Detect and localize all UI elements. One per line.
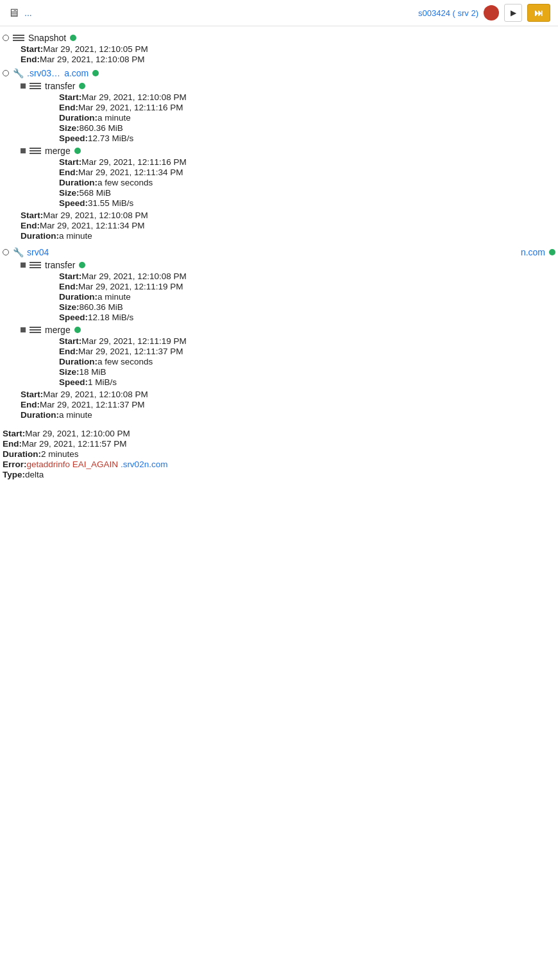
monitor-icon: 🖥 <box>8 6 19 20</box>
srv03-transfer-item: transfer Start: Mar 29, 2021, 12:10:08 P… <box>3 81 555 143</box>
srv04-name-suffix[interactable]: n.com <box>521 247 545 257</box>
srv03-merge-bullet <box>21 148 26 153</box>
overall-error-line: Error : getaddrinfo EAI_AGAIN .srv02 n.c… <box>3 460 555 469</box>
srv03-merge-icon <box>30 146 41 155</box>
srv04-merge-bullet <box>21 327 26 332</box>
srv03-status-dot <box>92 70 99 76</box>
srv04-transfer-details: Start: Mar 29, 2021, 12:10:08 PM End: Ma… <box>21 271 555 322</box>
header-id: s003424 ( srv 2) <box>418 8 478 18</box>
srv03-overall-details: Start: Mar 29, 2021, 12:10:08 PM End: Ma… <box>3 211 555 241</box>
play-icon: ▶ <box>511 8 516 17</box>
header-bar: 🖥 ... s003424 ( srv 2) ▶ ⏭ <box>0 0 558 26</box>
snapshot-end-line: End : Mar 29, 2021, 12:10:08 PM <box>21 55 555 64</box>
error-domain-link[interactable]: n.com <box>144 460 168 469</box>
snapshot-item: Snapshot Start : Mar 29, 2021, 12:10:05 … <box>3 33 555 64</box>
overall-details: Start: Mar 29, 2021, 12:10:00 PM End: Ma… <box>3 429 555 479</box>
snapshot-name: Snapshot <box>28 33 66 43</box>
fast-forward-icon: ⏭ <box>534 8 543 18</box>
srv03-transfer-header: transfer <box>21 81 555 91</box>
server-item-srv04: 🔧 srv04 n.com transfer Start: Mar 29, 20… <box>3 247 555 420</box>
srv04-merge-details: Start: Mar 29, 2021, 12:11:19 PM End: Ma… <box>21 336 555 387</box>
srv04-merge-name: merge <box>45 325 71 335</box>
srv04-transfer-name: transfer <box>45 260 75 270</box>
srv03-name-prefix[interactable]: .srv03… <box>27 68 60 78</box>
srv04-status-dot <box>549 249 555 255</box>
srv04-merge-header: merge <box>21 325 555 335</box>
srv04-transfer-icon <box>30 261 41 270</box>
srv04-merge-icon <box>30 325 41 334</box>
srv03-transfer-icon <box>30 82 41 90</box>
srv03-merge-details: Start: Mar 29, 2021, 12:11:16 PM End: Ma… <box>21 157 555 208</box>
srv04-transfer-bullet <box>21 262 26 268</box>
srv03-merge-item: merge Start: Mar 29, 2021, 12:11:16 PM E… <box>3 146 555 208</box>
snapshot-header: Snapshot <box>3 33 555 43</box>
snapshot-end-value: Mar 29, 2021, 12:10:08 PM <box>40 55 145 64</box>
srv03-merge-name: merge <box>45 146 71 156</box>
snapshot-end-label: End <box>21 55 37 64</box>
server-item-srv03: 🔧 .srv03… a.com transfer Start: Mar 29, … <box>3 68 555 241</box>
snapshot-status-dot <box>70 35 76 41</box>
srv03-transfer-status-dot <box>79 83 85 89</box>
srv03-merge-status-dot <box>74 148 81 154</box>
header-title: ... <box>24 8 413 18</box>
srv03-transfer-name: transfer <box>45 81 75 91</box>
play-button[interactable]: ▶ <box>504 4 522 22</box>
srv04-merge-item: merge Start: Mar 29, 2021, 12:11:19 PM E… <box>3 325 555 387</box>
snapshot-details: Start : Mar 29, 2021, 12:10:05 PM End : … <box>3 44 555 64</box>
srv03-name-suffix[interactable]: a.com <box>64 68 89 78</box>
srv04-wrench-icon: 🔧 <box>13 247 23 257</box>
srv04-header: 🔧 srv04 n.com <box>3 247 555 257</box>
srv04-bullet <box>3 249 9 255</box>
srv03-transfer-details: Start: Mar 29, 2021, 12:10:08 PM End: Ma… <box>21 92 555 143</box>
srv04-transfer-item: transfer Start: Mar 29, 2021, 12:10:08 P… <box>3 260 555 322</box>
snapshot-start-line: Start : Mar 29, 2021, 12:10:05 PM <box>21 44 555 54</box>
srv03-header: 🔧 .srv03… a.com <box>3 68 555 78</box>
srv03-merge-header: merge <box>21 146 555 156</box>
job-tree: Snapshot Start : Mar 29, 2021, 12:10:05 … <box>0 26 558 486</box>
srv03-wrench-icon: 🔧 <box>13 68 23 78</box>
srv04-transfer-header: transfer <box>21 260 555 270</box>
srv03-transfer-bullet <box>21 83 26 89</box>
srv04-transfer-status-dot <box>79 262 85 268</box>
snapshot-icon <box>13 33 24 42</box>
srv04-merge-status-dot <box>74 327 81 333</box>
snapshot-bullet <box>3 35 9 41</box>
snapshot-start-value: Mar 29, 2021, 12:10:05 PM <box>43 44 148 54</box>
error-value: getaddrinfo EAI_AGAIN <box>27 460 119 469</box>
error-server-link[interactable]: .srv02 <box>121 460 144 469</box>
srv03-bullet <box>3 70 9 76</box>
srv04-overall-details: Start: Mar 29, 2021, 12:10:08 PM End: Ma… <box>3 390 555 420</box>
srv04-name-prefix[interactable]: srv04 <box>27 247 49 257</box>
snapshot-start-label: Start <box>21 44 40 54</box>
stop-button[interactable] <box>484 5 499 21</box>
fast-forward-button[interactable]: ⏭ <box>527 4 550 22</box>
